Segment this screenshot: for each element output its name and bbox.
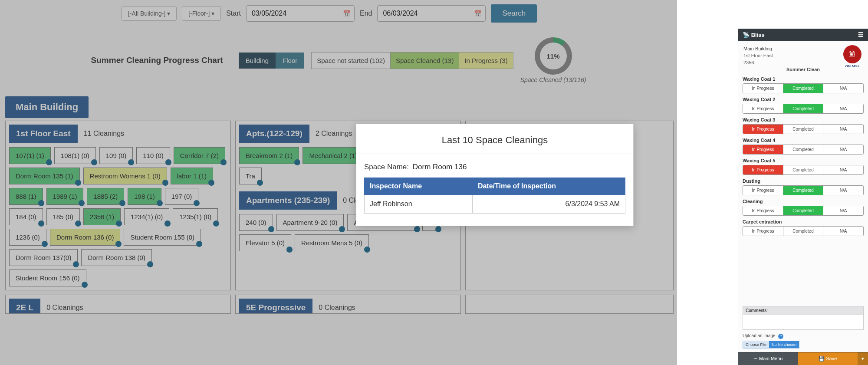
- floor-name[interactable]: Apts.(122-129): [239, 125, 309, 143]
- seg-na[interactable]: N/A: [823, 227, 863, 236]
- room-tile[interactable]: 185 (0): [46, 208, 80, 225]
- seg-na[interactable]: N/A: [823, 206, 863, 215]
- room-tile[interactable]: Student Room 156 (0): [9, 270, 86, 286]
- seg-completed[interactable]: Completed: [783, 206, 824, 215]
- floor-name[interactable]: 1st Floor East: [9, 125, 78, 143]
- seg-completed[interactable]: Completed: [783, 84, 824, 93]
- room-tile[interactable]: Restroom Mens 5 (0): [295, 234, 369, 251]
- room-tile[interactable]: Mechanical 2 (1): [302, 147, 364, 164]
- room-tile[interactable]: 888 (1): [9, 188, 43, 205]
- seg-completed[interactable]: Completed: [783, 186, 824, 195]
- status-dot-icon: [38, 220, 44, 227]
- room-tile[interactable]: 184 (0): [9, 208, 43, 225]
- task-segment[interactable]: In ProgressCompletedN/A: [743, 83, 864, 93]
- seg-completed[interactable]: Completed: [783, 145, 824, 154]
- room-tile[interactable]: 240 (0): [239, 214, 273, 231]
- toggle-floor[interactable]: Floor: [276, 53, 304, 69]
- cell-inspector: Jeff Robinson: [365, 195, 473, 214]
- task-segment[interactable]: In ProgressCompletedN/A: [743, 185, 864, 195]
- room-tile[interactable]: 1235(1) (0): [173, 208, 218, 225]
- status-dot-icon: [119, 200, 125, 206]
- room-tile[interactable]: 109 (0): [99, 147, 133, 164]
- end-date-input[interactable]: [377, 5, 486, 22]
- task-label: Waxing Coat 3: [743, 117, 864, 122]
- hamburger-icon[interactable]: ☰: [858, 31, 864, 38]
- seg-na[interactable]: N/A: [823, 104, 863, 113]
- task-segment[interactable]: In ProgressCompletedN/A: [743, 226, 864, 236]
- room-tile[interactable]: Tra: [239, 168, 262, 184]
- seg-inprogress[interactable]: In Progress: [743, 84, 783, 93]
- task-segment[interactable]: In ProgressCompletedN/A: [743, 124, 864, 134]
- floor-sub: 0 Cleanings: [319, 304, 355, 312]
- task-segment[interactable]: In ProgressCompletedN/A: [743, 165, 864, 175]
- seg-na[interactable]: N/A: [823, 165, 863, 174]
- task-item: DustingIn ProgressCompletedN/A: [743, 178, 864, 195]
- floor-name[interactable]: Apartments (235-239): [239, 191, 337, 210]
- building-dropdown[interactable]: [-All Building-]: [122, 6, 177, 21]
- seg-completed[interactable]: Completed: [783, 104, 824, 113]
- room-tile[interactable]: labor 1 (1): [171, 168, 213, 184]
- toggle-building[interactable]: Building: [239, 53, 276, 69]
- room-tile[interactable]: Dorm Room 136 (0): [50, 229, 121, 246]
- cleanings-popup: Last 10 Space Cleanings Space Name: Dorm…: [356, 124, 634, 226]
- seg-inprogress[interactable]: In Progress: [743, 227, 783, 236]
- table-row[interactable]: Jeff Robinson 6/3/2024 9:53 AM: [365, 195, 625, 214]
- floor-sub: 0 Cleanings: [46, 304, 83, 312]
- seg-na[interactable]: N/A: [823, 125, 863, 134]
- room-tile[interactable]: Student Room 155 (0): [124, 229, 201, 246]
- seg-inprogress[interactable]: In Progress: [743, 104, 783, 113]
- seg-inprogress[interactable]: In Progress: [743, 145, 783, 154]
- seg-inprogress[interactable]: In Progress: [743, 125, 783, 134]
- seg-completed[interactable]: Completed: [783, 125, 824, 134]
- room-tile[interactable]: Breakroom 2 (1): [239, 147, 299, 164]
- comments-textarea[interactable]: [743, 315, 864, 330]
- help-icon[interactable]: ?: [778, 334, 783, 339]
- room-tile[interactable]: 2356 (1): [83, 208, 121, 225]
- room-tile[interactable]: Elevator 5 (0): [239, 234, 291, 251]
- task-segment[interactable]: In ProgressCompletedN/A: [743, 145, 864, 155]
- floor-name[interactable]: 5E Progressive: [239, 299, 312, 314]
- room-tile[interactable]: Dorm Room 135 (1): [9, 168, 80, 184]
- room-tile[interactable]: 197 (0): [165, 188, 199, 205]
- room-tile[interactable]: Dorm Room 137(0): [9, 249, 78, 266]
- room-tile[interactable]: 107(1) (1): [9, 147, 51, 164]
- seg-inprogress[interactable]: In Progress: [743, 186, 783, 195]
- room-tile[interactable]: Restroom Womens 1 (0): [83, 168, 167, 184]
- phone-footer: ☰ Main Menu 💾 Save ▾: [738, 352, 868, 365]
- status-dot-icon: [165, 159, 171, 165]
- room-tile[interactable]: 108(1) (0): [54, 147, 96, 164]
- room-tile[interactable]: Apartment 9-20 (0): [276, 214, 344, 231]
- task-segment[interactable]: In ProgressCompletedN/A: [743, 206, 864, 216]
- seg-na[interactable]: N/A: [823, 186, 863, 195]
- status-dot-icon: [208, 180, 214, 186]
- seg-inprogress[interactable]: In Progress: [743, 206, 783, 215]
- floor-name[interactable]: 2E L: [9, 299, 40, 314]
- room-tile[interactable]: Dorm Room 138 (0): [81, 249, 152, 266]
- room-tile[interactable]: 110 (0): [136, 147, 170, 164]
- search-button[interactable]: Search: [491, 4, 537, 23]
- room-tile[interactable]: 1989 (1): [46, 188, 84, 205]
- room-tile[interactable]: 1885 (2): [87, 188, 124, 205]
- status-dot-icon: [46, 159, 52, 165]
- building-label[interactable]: Main Building: [5, 96, 89, 118]
- status-dot-icon: [339, 226, 345, 232]
- seg-completed[interactable]: Completed: [783, 227, 824, 236]
- seg-inprogress[interactable]: In Progress: [743, 165, 783, 174]
- save-button[interactable]: 💾 Save: [798, 352, 858, 365]
- main-menu-button[interactable]: ☰ Main Menu: [738, 352, 798, 365]
- more-button[interactable]: ▾: [858, 352, 868, 365]
- seg-na[interactable]: N/A: [823, 145, 863, 154]
- file-input[interactable]: Choose FileNo file chosen: [743, 341, 799, 349]
- room-tile[interactable]: 1234(1) (0): [124, 208, 169, 225]
- task-segment[interactable]: In ProgressCompletedN/A: [743, 104, 864, 114]
- floor-dropdown[interactable]: [-Floor-]: [182, 6, 221, 21]
- status-dot-icon: [364, 247, 370, 253]
- room-tile[interactable]: 198 (1): [128, 188, 161, 205]
- room-tile[interactable]: Corridor 7 (2): [174, 147, 225, 164]
- seg-completed[interactable]: Completed: [783, 165, 824, 174]
- seg-na[interactable]: N/A: [823, 84, 863, 93]
- start-date-input[interactable]: [246, 5, 355, 22]
- room-tile[interactable]: 1236 (0): [9, 229, 46, 246]
- task-label: Waxing Coat 4: [743, 138, 864, 143]
- floor-sub: 2 Cleanings: [316, 130, 352, 138]
